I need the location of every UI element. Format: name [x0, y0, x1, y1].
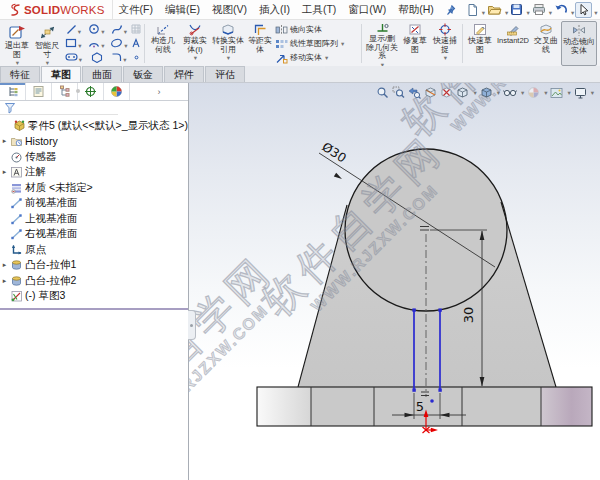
open-file-dropdown[interactable] [504, 1, 508, 19]
tree-item-origin[interactable]: 原点 [0, 242, 188, 258]
menu-view[interactable]: 视图(V) [206, 3, 253, 17]
tab-surfaces[interactable]: 曲面 [82, 66, 122, 82]
move-entities-dropdown[interactable] [324, 53, 328, 62]
apply-scene-button[interactable] [550, 87, 563, 99]
rapid-sketch-button[interactable]: 快速草图 [465, 21, 495, 66]
repair-sketch-button[interactable]: 修复草图 [400, 21, 430, 66]
instant2d-button[interactable]: Instant2D [495, 21, 531, 66]
convert-entities-dropdown[interactable] [226, 54, 230, 63]
open-file-button[interactable] [486, 3, 503, 16]
construction-geometry-button[interactable]: 构造几何线 [147, 21, 179, 66]
sketch-slot-button[interactable] [62, 48, 85, 66]
tree-item-annotations[interactable]: 注解 [0, 165, 188, 181]
width-dim-text[interactable]: 5 [416, 399, 424, 414]
panel-splitter-handle[interactable] [188, 310, 196, 340]
print-dropdown[interactable] [548, 1, 552, 19]
hide-show-dropdown[interactable] [520, 89, 524, 97]
section-view-button[interactable] [424, 86, 437, 99]
tab-sheet-metal[interactable]: 钣金 [123, 66, 163, 82]
appearance-dropdown[interactable] [543, 89, 547, 97]
sketch-polygon-button[interactable] [85, 52, 108, 63]
configuration-manager-tab[interactable] [52, 83, 78, 100]
undo-dropdown[interactable] [570, 1, 574, 19]
trim-entities-dropdown[interactable] [193, 54, 197, 63]
menu-insert[interactable]: 插入(I) [253, 3, 296, 17]
diameter-dim-text[interactable]: Ø30 [319, 139, 349, 166]
height-dim-text[interactable]: 30 [461, 307, 476, 324]
intersection-curve-button[interactable]: 交叉曲线 [531, 21, 561, 66]
tree-item-front-plane[interactable]: 前视基准面 [0, 196, 188, 212]
quick-snaps-dropdown[interactable] [443, 54, 447, 63]
tree-item-sensors[interactable]: 传感器 [0, 149, 188, 165]
expand-arrow[interactable] [0, 261, 9, 269]
sketch-text-button[interactable] [130, 38, 142, 48]
exit-sketch-dropdown[interactable] [15, 59, 19, 66]
menu-tools[interactable]: 工具(T) [296, 3, 342, 17]
tree-item-top-plane[interactable]: 上视基准面 [0, 211, 188, 227]
new-file-button[interactable] [465, 3, 480, 17]
linear-sketch-pattern-button[interactable]: 线性草图阵列 [275, 37, 359, 51]
panel-tabs-overflow[interactable] [130, 83, 188, 100]
save-dropdown[interactable] [525, 1, 529, 19]
sketch-point[interactable] [430, 399, 434, 403]
model-body[interactable] [257, 149, 592, 426]
quick-snaps-button[interactable]: 快速捕捉 [430, 21, 460, 66]
dynamic-annotation-views-button[interactable] [440, 86, 453, 99]
view-settings-button[interactable] [574, 87, 587, 99]
tab-evaluate[interactable]: 评估 [205, 66, 245, 82]
view-settings-dropdown[interactable] [590, 89, 594, 97]
sketch-grid-icon[interactable] [130, 24, 142, 34]
zoom-area-button[interactable] [392, 86, 405, 99]
display-style-button[interactable] [480, 86, 493, 99]
panel-collapse-dot[interactable] [76, 89, 80, 93]
view-orientation-button[interactable] [456, 86, 469, 99]
save-button[interactable] [509, 3, 524, 16]
sketch-point-button[interactable] [130, 54, 142, 61]
tab-weldments[interactable]: 焊件 [164, 66, 204, 82]
tab-features[interactable]: 特征 [0, 66, 40, 82]
print-button[interactable] [531, 3, 547, 16]
view-orientation-dropdown[interactable] [472, 89, 476, 97]
smart-dimension-button[interactable]: 智能尺寸 [32, 21, 62, 66]
tree-item-history[interactable]: History [0, 134, 188, 150]
exit-sketch-button[interactable]: 退出草图 [2, 21, 32, 66]
menu-window[interactable]: 窗口(W) [342, 3, 392, 17]
display-style-dropdown[interactable] [496, 89, 500, 97]
property-manager-tab[interactable] [26, 83, 52, 100]
hide-show-items-button[interactable] [503, 86, 517, 99]
tree-item-boss-extrude1[interactable]: 凸台-拉伸1 [0, 258, 188, 274]
mirror-entities-button[interactable]: 镜向实体 [275, 23, 359, 37]
sketch-arc-button[interactable] [85, 34, 108, 52]
display-delete-relations-button[interactable]: 显示/删除几何关系 [364, 21, 400, 66]
dimxpert-manager-tab[interactable] [78, 83, 104, 100]
scene-dropdown[interactable] [566, 89, 570, 97]
tab-sketch[interactable]: 草图 [41, 66, 81, 82]
expand-arrow[interactable] [0, 277, 9, 285]
tree-filter[interactable] [0, 101, 118, 115]
dynamic-mirror-button[interactable]: 动态镜向实体 [561, 21, 597, 66]
feature-manager-tab[interactable] [0, 83, 26, 100]
offset-entities-button[interactable]: 等距实体 [245, 21, 275, 66]
rollback-bar[interactable] [0, 308, 188, 310]
zoom-fit-button[interactable] [376, 86, 389, 99]
smart-dimension-dropdown[interactable] [45, 59, 49, 66]
undo-button[interactable] [553, 3, 569, 16]
select-button[interactable] [575, 2, 592, 18]
linear-pattern-dropdown[interactable] [340, 39, 344, 48]
menu-edit[interactable]: 编辑(E) [159, 3, 206, 17]
edit-appearance-button[interactable] [527, 86, 540, 99]
tree-item-sketch3[interactable]: (-) 草图3 [0, 289, 188, 305]
menu-help[interactable]: 帮助(H) [392, 3, 440, 17]
move-entities-button[interactable]: 移动实体 [275, 51, 359, 65]
menu-file[interactable]: 文件(F) [113, 3, 159, 17]
trim-entities-button[interactable]: 剪裁实体(I) [179, 21, 211, 66]
new-file-dropdown[interactable] [481, 1, 485, 19]
expand-arrow[interactable] [0, 137, 9, 145]
graphics-viewport[interactable]: Ø30 30 5 [189, 83, 600, 480]
display-manager-tab[interactable] [104, 83, 130, 100]
tree-root-part[interactable]: 零件5 (默认<<默认>_显示状态 1>) [0, 118, 188, 134]
convert-entities-button[interactable]: 转换实体引用 [211, 21, 245, 66]
pin-icon[interactable] [445, 4, 456, 15]
model-canvas[interactable]: Ø30 30 5 [189, 83, 600, 480]
tree-item-material[interactable]: 材质 <未指定> [0, 180, 188, 196]
